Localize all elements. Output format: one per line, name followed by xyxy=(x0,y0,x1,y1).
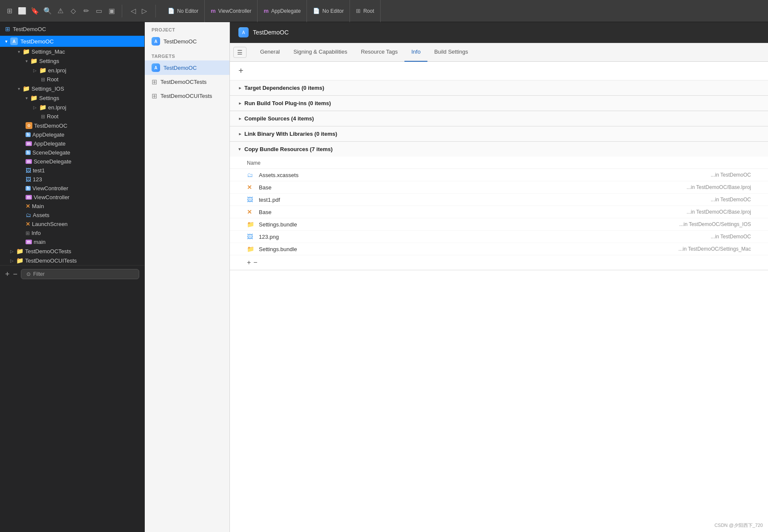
detail-project-name: TestDemoOC xyxy=(253,29,289,36)
tree-item-settings-mac-settings[interactable]: ▾ 📁 Settings xyxy=(0,56,144,66)
doc-icon: 📄 xyxy=(168,8,175,14)
bundle-row-name: Assets.xcassets xyxy=(259,172,708,178)
tree-item-settings-ios[interactable]: ▾ 📁 Settings_IOS xyxy=(0,84,144,93)
stop-icon[interactable]: ⬜ xyxy=(18,7,26,15)
tree-label: SceneDelegate xyxy=(32,149,70,156)
grid-icon[interactable]: ⊞ xyxy=(5,7,14,15)
doc-icon-2: 📄 xyxy=(313,8,320,14)
phase-header-target-deps[interactable]: ▾ Target Dependencies (0 items) xyxy=(230,80,768,95)
table-icon-2: ⊞ xyxy=(41,114,45,120)
back-button[interactable]: ◁ xyxy=(128,5,138,17)
tab-root[interactable]: ⊞ Root xyxy=(350,0,380,22)
image-icon-2: 🖼 xyxy=(26,176,31,183)
bundle-remove-button[interactable]: − xyxy=(253,259,257,266)
tree-item-testdemooc-folder[interactable]: ⊙ TestDemoOC xyxy=(0,121,144,130)
tree-item-settings-mac[interactable]: ▾ 📁 Settings_Mac xyxy=(0,47,144,56)
tab-root-label: Root xyxy=(363,8,374,14)
phase-header-compile-sources[interactable]: ▾ Compile Sources (4 items) xyxy=(230,111,768,126)
bundle-row-test1: 🖼 test1.pdf ...in TestDemoOC xyxy=(230,194,768,206)
tab-no-editor-1[interactable]: 📄 No Editor xyxy=(162,0,205,22)
bundle-row-path: ...in TestDemoOC/Settings_Mac xyxy=(678,246,751,252)
tab-no-editor-2[interactable]: 📄 No Editor xyxy=(307,0,350,22)
targets-section-label: TARGETS xyxy=(145,49,229,60)
phase-copy-bundle: ▾ Copy Bundle Resources (7 items) Name 🗂… xyxy=(230,142,768,270)
add-file-button[interactable]: + xyxy=(5,270,10,279)
search-icon[interactable]: 🔍 xyxy=(43,7,52,15)
project-section-label: PROJECT xyxy=(145,22,229,34)
tree-item-en-lproj-1[interactable]: ▷ 📁 en.lproj xyxy=(0,66,144,75)
tree-label: SceneDelegate xyxy=(34,158,72,165)
pencil-icon[interactable]: ✏ xyxy=(82,7,90,15)
tree-item-123[interactable]: 🖼 123 xyxy=(0,175,144,184)
selected-item-label: TestDemoOC xyxy=(20,38,54,45)
add-phase-button[interactable]: + xyxy=(238,66,244,76)
bookmark-icon[interactable]: 🔖 xyxy=(31,7,39,15)
tree-item-en-lproj-2[interactable]: ▷ 📁 en.lproj xyxy=(0,103,144,112)
tree-item-testdemooctests[interactable]: ▷ 📁 TestDemoOCTests xyxy=(0,246,144,256)
chevron-icon: ▷ xyxy=(33,68,37,73)
tree-item-viewcontroller-h[interactable]: h ViewController xyxy=(0,184,144,193)
nav-item-target-uitests[interactable]: ⊞ TestDemoOCUITests xyxy=(145,89,229,103)
tab-info[interactable]: Info xyxy=(404,43,427,62)
tree-item-info[interactable]: ⊞ Info xyxy=(0,229,144,237)
phase-header-run-build-tool[interactable]: ▾ Run Build Tool Plug-ins (0 items) xyxy=(230,96,768,111)
tree-item-testdemoocuitests[interactable]: ▷ 📁 TestDemoOCUITests xyxy=(0,256,144,265)
tree-item-viewcontroller-m[interactable]: m ViewController xyxy=(0,193,144,202)
tree-item-root-1[interactable]: ⊞ Root xyxy=(0,75,144,84)
xmark-icon: ✕ xyxy=(26,203,30,209)
forward-button[interactable]: ▷ xyxy=(139,5,149,17)
folder-blue-icon: 📁 xyxy=(39,67,46,74)
tree-item-root-2[interactable]: ⊞ Root xyxy=(0,112,144,121)
tree-item-scenedelegate-m[interactable]: m SceneDelegate xyxy=(0,157,144,166)
tree-item-appdelegate-h[interactable]: h AppDelegate xyxy=(0,130,144,139)
sidebar-bottom-bar: + − ⊙ Filter xyxy=(0,265,144,283)
tree-item-scenedelegate-h[interactable]: h SceneDelegate xyxy=(0,148,144,157)
tree-item-main-m[interactable]: m main xyxy=(0,237,144,246)
bundle-row-name: Settings.bundle xyxy=(259,221,676,228)
tab-build-settings[interactable]: Build Settings xyxy=(427,43,475,62)
tree-label: Settings xyxy=(39,58,59,64)
tree-item-launchscreen[interactable]: ✕ LaunchScreen xyxy=(0,220,144,229)
tree-item-main[interactable]: ✕ Main xyxy=(0,202,144,211)
sidebar-toggle-button[interactable]: ☰ xyxy=(233,47,246,58)
nav-item-target-tests[interactable]: ⊞ TestDemoOCTests xyxy=(145,75,229,89)
tab-viewcontroller[interactable]: m ViewController xyxy=(205,0,258,22)
warning-icon[interactable]: ⚠ xyxy=(56,7,65,15)
tree-item-assets[interactable]: 🗂 Assets xyxy=(0,211,144,220)
tab-viewcontroller-label: ViewController xyxy=(218,8,252,14)
nav-label: TestDemoOC xyxy=(163,65,197,71)
tab-general[interactable]: General xyxy=(253,43,287,62)
tree-item-test1[interactable]: 🖼 test1 xyxy=(0,166,144,175)
tree-label: ViewController xyxy=(34,194,69,200)
rect-icon[interactable]: ▭ xyxy=(95,7,103,15)
diamond-icon[interactable]: ◇ xyxy=(69,7,77,15)
sidebar-selected-item[interactable]: ▾ A TestDemoOC xyxy=(0,36,144,47)
tab-signing[interactable]: Signing & Capabilities xyxy=(287,43,354,62)
nav-item-target-testdemooc[interactable]: A TestDemoOC xyxy=(145,60,229,75)
phase-header-copy-bundle[interactable]: ▾ Copy Bundle Resources (7 items) xyxy=(230,142,768,157)
phase-body-copy-bundle: Name 🗂 Assets.xcassets ...in TestDemoOC … xyxy=(230,157,768,270)
detail-project-icon: A xyxy=(238,27,249,37)
image-icon: 🖼 xyxy=(26,167,31,174)
tree-item-appdelegate-m[interactable]: m AppDelegate xyxy=(0,139,144,148)
h-icon: h xyxy=(26,132,31,137)
add-phase-row: + xyxy=(230,62,768,80)
remove-file-button[interactable]: − xyxy=(13,270,18,279)
chevron-icon-tests: ▷ xyxy=(10,249,14,254)
chevron-icon: ▾ xyxy=(18,49,20,54)
nav-label: TestDemoOC xyxy=(163,38,197,45)
tree-label: ViewController xyxy=(32,185,68,192)
filter-button[interactable]: ⊙ Filter xyxy=(21,269,139,279)
tab-resource-tags[interactable]: Resource Tags xyxy=(354,43,404,62)
tree-label: AppDelegate xyxy=(32,132,64,138)
nav-item-project-testdemooc[interactable]: A TestDemoOC xyxy=(145,34,229,49)
phase-header-link-binary[interactable]: ▾ Link Binary With Libraries (0 items) xyxy=(230,126,768,141)
file-navigator: ⊞ TestDemoOC ▾ A TestDemoOC ▾ 📁 Settings… xyxy=(0,22,145,532)
bundle-icon-row-2: 📁 xyxy=(247,246,255,252)
panel-icon[interactable]: ▣ xyxy=(107,7,116,15)
tab-appdelegate[interactable]: m AppDelegate xyxy=(258,0,307,22)
bundle-row-name: 123.png xyxy=(259,234,708,240)
bundle-add-button[interactable]: + xyxy=(247,259,251,266)
tree-item-settings-ios-settings[interactable]: ▾ 📁 Settings xyxy=(0,93,144,103)
project-root-header[interactable]: ⊞ TestDemoOC xyxy=(0,22,144,36)
